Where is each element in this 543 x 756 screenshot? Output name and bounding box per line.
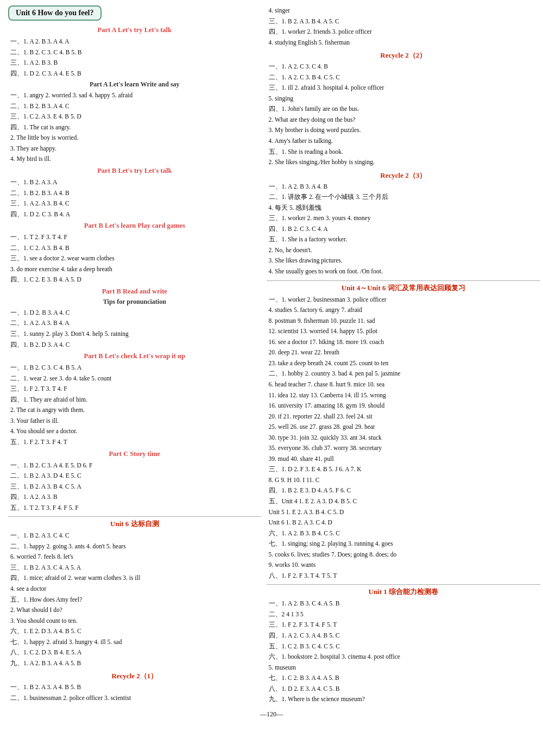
content-item: Part A Let's try Let's talk — [8, 26, 261, 34]
content-item: 四、1. A 2. A 3. B — [10, 492, 261, 503]
content-item: 4. Amy's father is talking. — [269, 136, 540, 147]
content-item: 二、1. hobby 2. country 3. bad 4. pen pal … — [269, 368, 540, 379]
content-item: 35. everyone 36. club 37. worry 38. secr… — [269, 443, 540, 454]
content-item: 五、1. T 2. T 3. F 4. F 5. F — [10, 503, 261, 514]
content-item: 一、1. B 2. A 3. A 4. B 5. B — [10, 682, 261, 693]
content-item: Recycle 2（1） — [8, 671, 261, 681]
content-item: 16. university 17. amazing 18. gym 19. s… — [269, 401, 540, 411]
content-item: 一、1. B 2. A 3. C 4. C — [10, 530, 261, 541]
content-item: 二、1. B 2. A 3. D 4. E 5. C — [10, 471, 261, 482]
content-item: 23. take a deep breath 24. count 25. cou… — [269, 358, 540, 369]
content-item: 3. You should count to ten. — [10, 616, 261, 627]
right-column: 4. singer三、1. B 2. A 3. B 4. A 5. C四、1. … — [267, 5, 540, 705]
content-item: Unit 5 1. E 2. A 3. B 4. C 5. D — [269, 507, 540, 518]
content-item: 一、1. B 2. A 3. A — [10, 177, 261, 188]
content-item: 二、1. businessman 2. police officer 3. sc… — [10, 693, 261, 704]
content-item: 九、1. Where is the science museum? — [269, 694, 540, 705]
content-item: 25. well 26. use 27. grass 28. goal 29. … — [269, 422, 540, 433]
content-item: 四、1. mice; afraid of 2. wear warm clothe… — [10, 573, 261, 584]
content-item: 七、1. happy 2. afraid 3. hungry 4. ill 5.… — [10, 637, 261, 648]
content-item: Part B Let's check Let's wrap it up — [8, 352, 261, 360]
content-item: 二、1. B 2. B 3. A 4. B — [10, 188, 261, 199]
content-item: 五、1. She is a factory worker. — [269, 234, 540, 245]
content-item: 三、1. B 2. A 3. C 4. A 5. A — [10, 563, 261, 573]
content-item: 4. see a doctor — [10, 584, 261, 595]
content-item: 三、1. F 2. F 3. T 4. F 5. T — [269, 620, 540, 630]
content-item: 五、1. F 2. T 3. F 4. T — [10, 437, 261, 448]
content-item: 4. She usually goes to work on foot. /On… — [269, 266, 540, 277]
content-item: 四、1. D 2. C 3. B 4. A — [10, 209, 261, 220]
content-item: 2. The cat is angry with them. — [10, 405, 261, 416]
content-item: 四、1. D 2. C 3. A 4. E 5. B — [10, 68, 261, 79]
content-item: 二、1. happy 2. going 3. ants 4. don't 5. … — [10, 541, 261, 552]
content-item: 二、1. wear 2. see 3. do 4. take 5. count — [10, 373, 261, 384]
content-item: 二、1. B 2. C 3. C 4. B 5. B — [10, 47, 261, 58]
content-item: 3. Your father is ill. — [10, 416, 261, 427]
content-item: 2. The little boy is worried. — [10, 133, 261, 143]
content-item: 6. worried 7. feels 8. let's — [10, 552, 261, 563]
content-item: 二、1. B 2. B 3. A 4. C — [10, 101, 261, 112]
content-item: 三、1. A 2. A 3. B 4. C — [10, 198, 261, 209]
content-item: Part B Let's learn Play card games — [8, 222, 261, 230]
content-item: 20. deep 21. wear 22. breath — [269, 347, 540, 358]
content-item: 四、1. worker 2. friends 3. police officer — [269, 27, 540, 38]
content-item: 四、1. C 2. E 3. B 4. A 5. D — [10, 274, 261, 285]
content-item: 八、1. C 2. D 3. B 4. E 5. A — [10, 647, 261, 658]
content-item: 一、1. A 2. B 3. A 4. B — [269, 182, 540, 192]
content-item: Part A Let's learn Write and say — [8, 80, 261, 89]
content-item: Recycle 2（2） — [267, 51, 540, 60]
content-item: 一、1. angry 2. worried 3. sad 4. happy 5.… — [10, 90, 261, 101]
content-item: 4. You should see a doctor. — [10, 426, 261, 437]
content-item: 2. She likes singing./Her hobby is singi… — [269, 157, 540, 168]
content-item: Unit 6 1. B 2. A 3. C 4. D — [269, 517, 540, 528]
content-item: 四、1. B 2. D 3. A 4. C — [10, 340, 261, 351]
content-item: 八、1. D 2. E 3. A 4. C 5. B — [269, 684, 540, 695]
content-item: 16. see a doctor 17. hiking 18. more 19.… — [269, 337, 540, 348]
content-item: 二、1. 讲故事 2. 在一个小城镇 3. 三个月后 — [269, 192, 540, 203]
content-item: 4. singer — [269, 5, 540, 16]
content-item: 2. No, he doesn't. — [269, 245, 540, 256]
content-item: 三、1. D 2. F 3. E 4. B 5. J 6. A 7. K — [269, 464, 540, 475]
content-item: 九、1. A 2. B 3. A 4. A 5. B — [10, 658, 261, 669]
content-item: 11. idea 12. stay 13. Canberra 14. ill 1… — [269, 390, 540, 401]
content-item: 4. My bird is ill. — [10, 154, 261, 165]
unit-header: Unit 6 How do you feel? — [8, 5, 102, 21]
left-column: Unit 6 How do you feel? Part A Let's try… — [8, 5, 261, 705]
content-item: Unit 6 达标自测 — [8, 516, 261, 529]
content-item: 5. singing — [269, 93, 540, 104]
content-item: 12. scientist 13. worried 14. happy 15. … — [269, 326, 540, 337]
content-item: 三、1. C 2. A 3. E 4. B 5. D — [10, 111, 261, 122]
content-item: 8. postman 9. fisherman 10. puzzle 11. s… — [269, 316, 540, 327]
page-number: —120— — [8, 710, 535, 718]
content-item: 六、1. bookstore 2. hospital 3. cinema 4. … — [269, 652, 540, 663]
content-item: 七、1. C 2. B 3. A 4. A 5. B — [269, 673, 540, 684]
content-item: 五、1. How does Amy feel? — [10, 595, 261, 605]
content-item: 4. studies 5. factory 6. angry 7. afraid — [269, 305, 540, 316]
content-item: 8. G 9. H 10. I 11. C — [269, 475, 540, 486]
content-item: 八、1. F 2. F 3. T 4. T 5. T — [269, 571, 540, 582]
content-item: 30. type 31. join 32. quickly 33. ant 34… — [269, 433, 540, 443]
content-item: 七、1. singing; sing 2. playing 3. running… — [269, 539, 540, 549]
content-item: 六、1. A 2. B 3. B 4. C 5. C — [269, 528, 540, 539]
content-item: Tips for pronunciation — [8, 298, 261, 306]
content-item: 四、1. B 2. E 3. D 4. A 5. F 6. C — [269, 485, 540, 496]
content-item: 3. They are happy. — [10, 143, 261, 154]
content-item: 一、1. worker 2. businessman 3. police off… — [269, 295, 540, 305]
content-item: 9. works 10. wants — [269, 560, 540, 571]
content-item: Part B Let's try Let's talk — [8, 167, 261, 175]
content-item: 3. She likes drawing pictures. — [269, 255, 540, 266]
content-item: 二、1. A 2. C 3. B 4. C 5. C — [269, 72, 540, 83]
content-item: 一、1. A 2. C 3. C 4. B — [269, 61, 540, 72]
content-item: 4. 每天 5. 感到羞愧 — [269, 203, 540, 214]
content-item: 3. do more exercise 4. take a deep breat… — [10, 264, 261, 275]
content-item: 三、1. B 2. A 3. B 4. C 5. A — [10, 482, 261, 492]
content-item: 三、1. see a doctor 2. wear warm clothes — [10, 253, 261, 264]
content-item: 3. My brother is doing word puzzles. — [269, 125, 540, 136]
content-item: 2. What should I do? — [10, 605, 261, 616]
content-item: 2. What are they doing on the bus? — [269, 115, 540, 126]
content-item: 二、1. C 2. A 3. B 4. B — [10, 243, 261, 254]
content-item: 39. mud 40. share 41. pull — [269, 454, 540, 465]
content-item: 四、1. The cat is angry. — [10, 122, 261, 133]
content-item: 一、1. A 2. B 3. A 4. A — [10, 36, 261, 47]
content-item: 二、1. A 2. A 3. B 4. A — [10, 318, 261, 329]
